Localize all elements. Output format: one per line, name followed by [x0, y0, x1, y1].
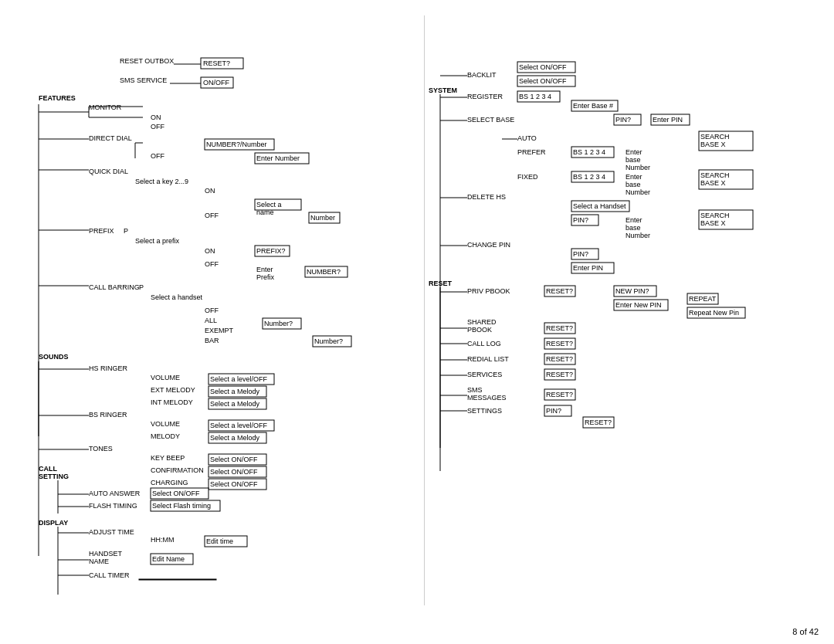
svg-text:Enter Number: Enter Number — [256, 154, 300, 162]
svg-text:OFF: OFF — [205, 307, 219, 314]
svg-text:Select ON/OFF: Select ON/OFF — [519, 77, 567, 85]
svg-text:Select a key 2...9: Select a key 2...9 — [135, 178, 188, 185]
svg-text:Select ON/OFF: Select ON/OFF — [519, 63, 567, 71]
svg-text:FIXED: FIXED — [517, 173, 538, 181]
svg-text:Select a level/OFF: Select a level/OFF — [210, 422, 268, 429]
svg-text:Enter PIN: Enter PIN — [653, 116, 683, 124]
svg-text:SMS SERVICE: SMS SERVICE — [120, 76, 167, 84]
svg-text:PIN?: PIN? — [546, 407, 561, 415]
svg-text:Repeat New Pin: Repeat New Pin — [689, 309, 739, 317]
page-number: 8 of 42 — [792, 627, 819, 636]
svg-text:OFF: OFF — [151, 152, 164, 160]
svg-text:OFF: OFF — [205, 212, 219, 219]
svg-text:Enter PIN: Enter PIN — [573, 264, 603, 272]
svg-text:MELODY: MELODY — [151, 432, 180, 440]
svg-text:SEARCH: SEARCH — [700, 171, 730, 179]
svg-text:REGISTER: REGISTER — [467, 93, 503, 100]
svg-text:CALL: CALL — [39, 465, 57, 473]
svg-rect-21 — [143, 137, 185, 148]
svg-text:OFF: OFF — [151, 123, 164, 130]
svg-text:Select a Melody: Select a Melody — [210, 400, 260, 408]
svg-text:RESET?: RESET? — [546, 340, 573, 347]
svg-text:AUTO ANSWER: AUTO ANSWER — [89, 490, 141, 497]
svg-text:RESET?: RESET? — [203, 59, 230, 67]
svg-text:CALL LOG: CALL LOG — [467, 340, 501, 347]
svg-text:MESSAGES: MESSAGES — [467, 394, 507, 402]
svg-text:AUTO: AUTO — [517, 134, 537, 142]
left-diagram: RESET OUTBOX RESET? SMS SERVICE ON/OFF F… — [15, 15, 417, 618]
svg-text:OFF: OFF — [205, 260, 219, 268]
svg-text:RESET?: RESET? — [546, 287, 573, 295]
svg-text:HH:MM: HH:MM — [151, 536, 175, 544]
svg-text:PIN?: PIN? — [573, 216, 588, 224]
svg-text:DIRECT DIAL: DIRECT DIAL — [89, 134, 132, 142]
svg-text:Enter: Enter — [626, 148, 642, 156]
svg-text:SHARED: SHARED — [467, 318, 497, 326]
svg-text:Select a Melody: Select a Melody — [210, 434, 260, 442]
svg-text:PREFIX?: PREFIX? — [256, 247, 286, 255]
svg-text:base: base — [626, 181, 641, 188]
svg-text:ALL: ALL — [205, 317, 217, 324]
svg-text:SEARCH: SEARCH — [700, 133, 730, 141]
svg-text:TONES: TONES — [89, 445, 113, 452]
svg-text:PBOOK: PBOOK — [467, 326, 492, 334]
svg-text:KEY BEEP: KEY BEEP — [151, 454, 185, 462]
svg-text:PREFIX: PREFIX — [89, 227, 114, 235]
svg-text:SEARCH: SEARCH — [700, 212, 730, 219]
svg-text:HS RINGER: HS RINGER — [89, 364, 128, 372]
svg-text:BAR: BAR — [205, 337, 219, 344]
svg-text:Number: Number — [626, 232, 650, 239]
svg-text:Prefix: Prefix — [256, 273, 275, 281]
svg-text:BS 1 2 3 4: BS 1 2 3 4 — [519, 93, 551, 100]
svg-text:PRIV PBOOK: PRIV PBOOK — [467, 287, 510, 295]
svg-text:DELETE HS: DELETE HS — [467, 193, 506, 201]
svg-text:ON: ON — [151, 114, 161, 121]
svg-text:BS 1 2 3 4: BS 1 2 3 4 — [573, 173, 605, 181]
svg-text:Number?: Number? — [264, 320, 293, 327]
svg-text:VOLUME: VOLUME — [151, 374, 180, 381]
svg-rect-119 — [139, 579, 216, 580]
svg-text:Select a level/OFF: Select a level/OFF — [210, 375, 268, 383]
svg-text:Number: Number — [626, 164, 650, 171]
svg-text:BACKLIT: BACKLIT — [467, 71, 497, 79]
svg-text:Select a prefix: Select a prefix — [135, 237, 180, 245]
svg-text:FLASH TIMING: FLASH TIMING — [89, 502, 137, 510]
svg-text:CHANGE PIN: CHANGE PIN — [467, 241, 510, 249]
svg-text:Number: Number — [310, 214, 335, 222]
svg-text:CONFIRMATION: CONFIRMATION — [151, 466, 204, 474]
svg-text:P: P — [139, 283, 144, 291]
svg-text:Select ON/OFF: Select ON/OFF — [210, 468, 258, 476]
svg-text:Select ON/OFF: Select ON/OFF — [152, 490, 200, 497]
svg-text:SETTINGS: SETTINGS — [467, 407, 502, 415]
svg-text:VOLUME: VOLUME — [151, 420, 180, 428]
svg-text:RESET?: RESET? — [546, 355, 573, 363]
svg-text:Select a handset: Select a handset — [151, 293, 203, 301]
svg-text:REDIAL LIST: REDIAL LIST — [467, 355, 509, 363]
svg-text:SYSTEM: SYSTEM — [429, 86, 457, 94]
svg-text:NUMBER?/Number: NUMBER?/Number — [206, 141, 267, 148]
svg-text:DISPLAY: DISPLAY — [39, 519, 68, 527]
svg-text:Select a Melody: Select a Melody — [210, 388, 260, 395]
svg-text:base: base — [626, 156, 641, 164]
svg-text:CALL BARRING: CALL BARRING — [89, 283, 140, 291]
svg-text:PIN?: PIN? — [615, 116, 631, 124]
content: RESET OUTBOX RESET? SMS SERVICE ON/OFF F… — [15, 15, 819, 605]
left-panel: RESET OUTBOX RESET? SMS SERVICE ON/OFF F… — [15, 15, 425, 605]
svg-text:NEW PIN?: NEW PIN? — [615, 287, 649, 295]
svg-text:ON: ON — [205, 247, 215, 255]
svg-text:PIN?: PIN? — [573, 250, 588, 258]
svg-text:BASE X: BASE X — [700, 219, 726, 227]
svg-text:Enter Base #: Enter Base # — [573, 102, 613, 110]
svg-text:Enter: Enter — [626, 216, 642, 224]
svg-text:SOUNDS: SOUNDS — [39, 353, 69, 361]
svg-text:Enter: Enter — [626, 173, 642, 181]
svg-text:RESET?: RESET? — [546, 324, 573, 332]
svg-text:EXT MELODY: EXT MELODY — [151, 386, 195, 394]
svg-text:RESET: RESET — [429, 280, 453, 287]
svg-text:ADJUST TIME: ADJUST TIME — [89, 528, 134, 536]
right-panel: SYSTEM BACKLIT Select ON/OFF Select ON/O… — [425, 15, 819, 605]
svg-text:P: P — [124, 227, 128, 235]
svg-text:EXEMPT: EXEMPT — [205, 327, 234, 334]
svg-text:Enter New PIN: Enter New PIN — [615, 301, 662, 309]
svg-text:SMS: SMS — [467, 386, 483, 394]
